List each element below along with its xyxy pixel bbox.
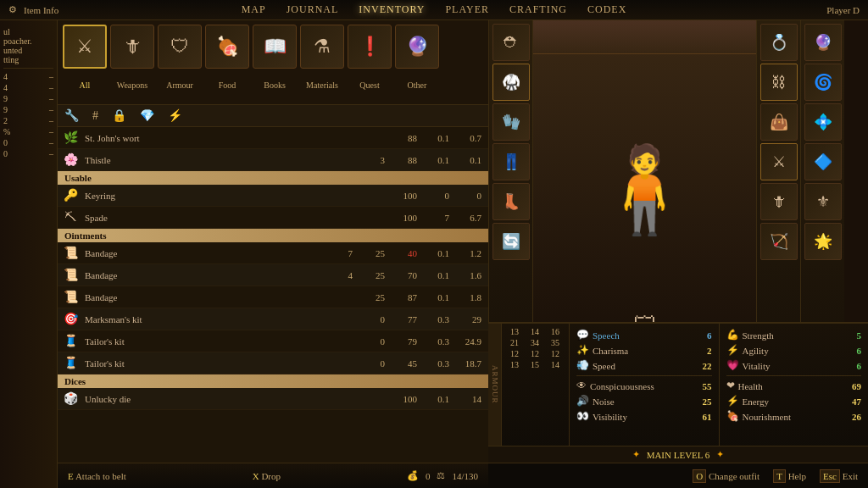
slot-bag[interactable]: 👜 [760, 103, 798, 141]
list-item[interactable]: 🧵Tailor's kit0450.318.7 [58, 352, 488, 374]
list-item[interactable]: 🎯Marksman's kit0770.329 [58, 308, 488, 330]
left-stat-7: 0– [3, 138, 53, 147]
tab-food[interactable]: 🍖 [205, 25, 249, 69]
item-col: 0.1 [420, 270, 453, 280]
attach-belt-button[interactable]: E Attach to belt [68, 471, 126, 481]
nav-map[interactable]: MAP [242, 3, 266, 16]
tab-label-quest[interactable]: Quest [348, 80, 392, 90]
left-stat-8: 0– [3, 149, 53, 158]
list-item[interactable]: 📜Bandage425700.11.6 [58, 264, 488, 286]
item-col: 0.1 [420, 394, 453, 404]
nav-inventory[interactable]: INVENTORY [359, 3, 425, 16]
stat-visibility: 👀 Visibility 61 [576, 410, 712, 423]
tab-armour[interactable]: 🛡 [158, 25, 202, 69]
tab-books[interactable]: 📖 [253, 25, 297, 69]
tab-weapons[interactable]: 🗡 [110, 25, 154, 69]
filter-icon-2[interactable]: # [92, 109, 98, 123]
item-info-text: ulpoacher.untedtting [3, 27, 53, 64]
item-col: 3 [356, 155, 388, 165]
tab-quest[interactable]: ❗ [348, 25, 392, 69]
tab-all[interactable]: ⚔ [63, 25, 107, 69]
tab-label-other[interactable]: Other [395, 80, 439, 90]
item-col: 14 [453, 394, 485, 404]
slot-boots[interactable]: 👢 [492, 183, 530, 220]
slot-extra1[interactable]: 🔄 [492, 223, 530, 260]
nav-journal[interactable]: JOURNAL [287, 3, 339, 16]
category-header: Ointments [58, 229, 488, 242]
change-outfit-button[interactable]: O Change outfit [693, 471, 760, 481]
help-button[interactable]: T Help [773, 471, 806, 481]
slot-weapon-l[interactable]: 🗡 [760, 183, 798, 220]
list-item[interactable]: 🌿St. John's wort880.10.7 [58, 127, 488, 149]
tab-label-food[interactable]: Food [205, 80, 249, 90]
slot-hands[interactable]: 🧤 [492, 103, 530, 141]
slot-r5[interactable]: ⚜ [804, 183, 842, 220]
item-info-label: ⚙ Item Info [8, 4, 58, 15]
item-col: 100 [388, 191, 420, 201]
slot-r4[interactable]: 🔷 [804, 143, 842, 180]
tab-other[interactable]: 🔮 [395, 25, 439, 69]
filter-icon-4[interactable]: 💎 [140, 108, 154, 123]
slot-r1[interactable]: 🔮 [804, 24, 842, 61]
list-item[interactable]: ⛏Spade10076.7 [58, 207, 488, 229]
item-col: 0.1 [453, 155, 485, 165]
exit-button[interactable]: Esc Exit [820, 471, 858, 481]
slot-legs[interactable]: 👖 [492, 143, 530, 180]
equip-slots-right: 💍 ⛓ 👜 ⚔ 🗡 🏹 [756, 20, 800, 342]
list-item[interactable]: 🧵Tailor's kit0790.324.9 [58, 330, 488, 352]
slot-ring1[interactable]: 💍 [760, 24, 798, 61]
slot-extra2[interactable]: 🏹 [760, 223, 798, 260]
nav-codex[interactable]: CODEX [587, 3, 626, 16]
category-tabs: ⚔ 🗡 🛡 🍖 📖 ⚗ ❗ 🔮 All Weapons Armour Food … [58, 20, 488, 105]
tab-label-all[interactable]: All [63, 80, 107, 90]
filter-icon-3[interactable]: 🔒 [112, 108, 126, 123]
filter-icon-5[interactable]: ⚡ [168, 108, 182, 123]
item-col: 0 [356, 314, 388, 324]
stat-health: ❤ Health 69 [726, 380, 862, 392]
tab-label-materials[interactable]: Materials [300, 80, 344, 90]
list-item[interactable]: 📜Bandage725400.11.2 [58, 242, 488, 264]
list-item[interactable]: 🎲Unlucky die1000.114 [58, 388, 488, 410]
item-name: Bandage [85, 248, 324, 258]
slot-body[interactable]: 🥋 [492, 64, 530, 101]
nav-crafting[interactable]: CRAFTING [509, 3, 567, 16]
left-panel: ulpoacher.untedtting 4– 4– 9– 9– 2– %– 0… [0, 20, 58, 488]
agility-icon: ⚡ [726, 344, 739, 357]
tab-labels-row: All Weapons Armour Food Books Materials … [58, 73, 488, 97]
stat-energy: ⚡ Energy 47 [726, 395, 862, 408]
star-right: ✦ [716, 449, 724, 460]
item-col: 88 [388, 155, 420, 165]
filter-icon-1[interactable]: 🔧 [64, 108, 79, 123]
slot-weapon-r[interactable]: ⚔ [760, 143, 798, 180]
list-item[interactable]: 📜Bandage25870.11.8 [58, 286, 488, 308]
slot-r6[interactable]: 🌟 [804, 223, 842, 260]
slot-helmet[interactable]: ⛑ [492, 24, 530, 61]
tab-materials[interactable]: ⚗ [300, 25, 344, 69]
slot-r2[interactable]: 🌀 [804, 64, 842, 101]
list-item[interactable]: 🌸Thistle3880.10.1 [58, 149, 488, 171]
tab-label-armour[interactable]: Armour [158, 80, 202, 90]
left-stat-5: 2– [3, 116, 53, 125]
item-icon: 🧵 [61, 332, 80, 351]
item-col: 7 [420, 213, 453, 223]
armour-vertical-label: ARMOUR [491, 365, 499, 404]
left-stat-6: %– [3, 127, 53, 136]
bottom-bar: E Attach to belt X Drop 💰 0 ⚖ 14/130 [58, 463, 488, 488]
item-col: 18.7 [453, 358, 485, 369]
drop-button[interactable]: X Drop [253, 471, 281, 481]
charisma-icon: ✨ [576, 344, 589, 357]
main-level-bar: ✦ MAIN LEVEL 6 ✦ [488, 446, 868, 463]
nav-player[interactable]: PLAYER [445, 3, 489, 16]
item-col: 1.6 [453, 270, 485, 280]
item-col: 7 [324, 248, 356, 258]
tab-label-weapons[interactable]: Weapons [110, 80, 154, 90]
slot-r3[interactable]: 💠 [804, 103, 842, 141]
item-col: 29 [453, 314, 485, 324]
item-icon: 🌿 [61, 129, 80, 147]
item-col: 0.7 [453, 133, 485, 143]
slot-chain[interactable]: ⛓ [760, 64, 798, 101]
tab-label-books[interactable]: Books [253, 80, 297, 90]
item-col: 40 [388, 248, 420, 258]
list-item[interactable]: 🔑Keyring10000 [58, 185, 488, 207]
inventory-list[interactable]: 🌿St. John's wort880.10.7🌸Thistle3880.10.… [58, 127, 488, 463]
